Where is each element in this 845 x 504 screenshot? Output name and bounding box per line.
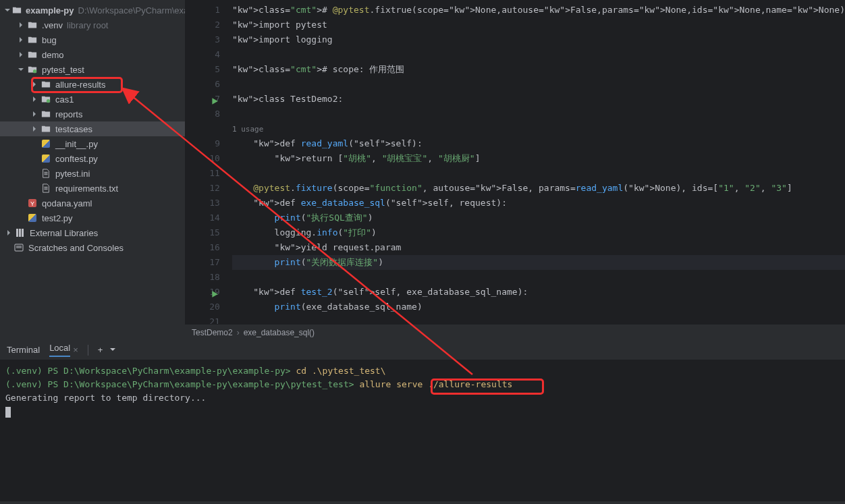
gutter: 123456789101112131415161718192021 [185,3,232,324]
svg-rect-4 [16,229,18,237]
chevron-right-icon: › [237,328,240,337]
project-tree[interactable]: example-py D:\Workspace\PyCharm\example-… [0,0,185,340]
tab-local[interactable]: Local [49,343,70,357]
terminal[interactable]: (.venv) PS D:\Workspace\PyCharm\example-… [0,360,845,501]
terminal-line: Generating report to temp directory... [5,391,840,405]
terminal-cursor [5,407,11,418]
tree-item-venv[interactable]: .venv library root [0,18,185,32]
python-file-icon [27,213,38,223]
text-file-icon [40,168,51,179]
folder-icon [27,49,38,60]
tree-item-cas1[interactable]: cas1 [0,92,185,107]
tree-item-bug[interactable]: bug [0,32,185,47]
svg-text:Y: Y [30,200,34,207]
svg-point-1 [47,99,50,103]
chevron-right-icon [16,20,26,30]
tree-item-test2[interactable]: test2.py [0,211,185,225]
terminal-line: (.venv) PS D:\Workspace\PyCharm\example-… [5,364,840,378]
tab-terminal[interactable]: Terminal [7,345,40,355]
chevron-down-icon[interactable] [109,345,116,355]
chevron-right-icon [4,228,13,237]
folder-icon [40,109,51,119]
folder-icon [40,79,51,90]
svg-rect-5 [19,229,21,237]
python-file-icon [40,138,51,149]
folder-icon [40,94,51,105]
chevron-right-icon [30,94,39,104]
tree-item-allure-results[interactable]: allure-results [0,77,185,92]
tree-item-demo[interactable]: demo [0,47,185,62]
tree-item-testcases[interactable]: testcases [0,121,185,136]
chevron-right-icon [30,80,39,89]
folder-icon [40,123,51,134]
folder-icon [27,20,38,30]
add-terminal-icon[interactable]: + [98,345,103,355]
tree-item-conftest[interactable]: conftest.py [0,151,185,166]
tree-item-reports[interactable]: reports [0,107,185,121]
text-file-icon [40,183,51,194]
tree-item-init[interactable]: __init__.py [0,136,185,151]
code-content[interactable]: "kw">class="cmt"># @pytest.fixtrue(scope… [232,3,845,324]
svg-point-0 [33,69,36,73]
folder-icon [27,34,38,45]
chevron-right-icon [16,35,26,45]
tree-item-qodana[interactable]: Y qodana.yaml [0,196,185,211]
yaml-file-icon: Y [27,198,38,208]
folder-icon [27,64,38,75]
chevron-down-icon [4,5,11,15]
tree-external-libraries[interactable]: External Libraries [0,225,185,240]
library-icon [15,227,26,238]
tree-item-pytest-test[interactable]: pytest_test [0,62,185,77]
code-editor[interactable]: 123456789101112131415161718192021 "kw">c… [185,0,845,340]
tree-root[interactable]: example-py D:\Workspace\PyCharm\example-… [0,3,185,18]
chevron-right-icon [16,50,26,59]
chevron-down-icon [16,65,26,74]
terminal-tabs: Terminal Local × + [0,340,845,360]
chevron-right-icon [30,124,39,134]
chevron-right-icon [30,109,39,119]
terminal-line: (.venv) PS D:\Workspace\PyCharm\example-… [5,378,840,391]
folder-icon [12,5,22,16]
breadcrumb[interactable]: TestDemo2 › exe_database_sql() [185,324,845,340]
scratches-icon [13,242,24,253]
tree-item-pytestini[interactable]: pytest.ini [0,166,185,181]
python-file-icon [40,153,51,164]
close-icon[interactable]: × [73,345,78,355]
tree-item-requirements[interactable]: requirements.txt [0,181,185,196]
tree-scratches[interactable]: Scratches and Consoles [0,240,185,255]
svg-rect-6 [22,229,24,237]
